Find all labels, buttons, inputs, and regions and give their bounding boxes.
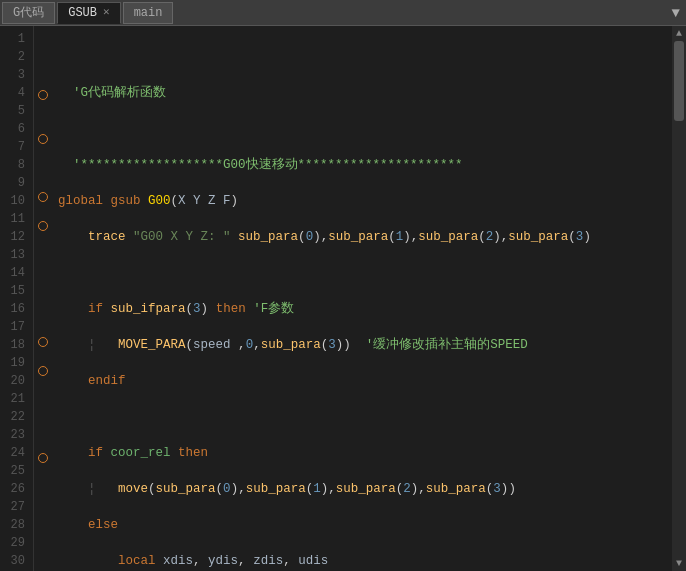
tab-dropdown-arrow[interactable]: ▼ <box>672 5 686 21</box>
breakpoint-circle-14[interactable] <box>38 221 48 231</box>
breakpoint-circle-12[interactable] <box>38 192 48 202</box>
vertical-scrollbar[interactable]: ▲ ▼ <box>672 26 686 571</box>
tab-gsub[interactable]: GSUB ✕ <box>57 2 120 24</box>
code-line-1 <box>58 48 668 66</box>
line-numbers: 12345 678910 1112131415 1617181920 21222… <box>0 26 34 571</box>
code-line-7 <box>58 264 668 282</box>
breakpoint-circle-5[interactable] <box>38 90 48 100</box>
code-line-9: ¦ MOVE_PARA(speed ,0,sub_para(3)) '缓冲修改插… <box>58 336 668 354</box>
code-line-6: trace "G00 X Y Z: " sub_para(0),sub_para… <box>58 228 668 246</box>
code-line-12: if coor_rel then <box>58 444 668 462</box>
breakpoint-circle-25[interactable] <box>38 366 48 376</box>
code-line-4: '*******************G00快速移动*************… <box>58 156 668 174</box>
tab-gsub-close[interactable]: ✕ <box>103 7 110 18</box>
tab-bar: G代码 GSUB ✕ main ▼ <box>0 0 686 26</box>
scroll-up-arrow[interactable]: ▲ <box>672 26 686 39</box>
breakpoint-circle-31[interactable] <box>38 453 48 463</box>
code-line-2: 'G代码解析函数 <box>58 84 668 102</box>
code-line-10: endif <box>58 372 668 390</box>
tab-main[interactable]: main <box>123 2 174 24</box>
code-line-3 <box>58 120 668 138</box>
code-line-8: if sub_ifpara(3) then 'F参数 <box>58 300 668 318</box>
code-editor[interactable]: 'G代码解析函数 '*******************G00快速移动****… <box>52 26 672 571</box>
tab-main-label: main <box>134 6 163 20</box>
gutter <box>34 26 52 571</box>
tab-gcode-label: G代码 <box>13 4 44 21</box>
scroll-down-arrow[interactable]: ▼ <box>672 558 686 571</box>
tab-gsub-label: GSUB <box>68 6 97 20</box>
code-line-15: local xdis, ydis, zdis, udis <box>58 552 668 570</box>
scroll-thumb[interactable] <box>674 41 684 121</box>
breakpoint-circle-8[interactable] <box>38 134 48 144</box>
breakpoint-circle-23[interactable] <box>38 337 48 347</box>
code-line-13: ¦ move(sub_para(0),sub_para(1),sub_para(… <box>58 480 668 498</box>
tab-gcode[interactable]: G代码 <box>2 2 55 24</box>
code-line-14: else <box>58 516 668 534</box>
code-line-11 <box>58 408 668 426</box>
code-line-5: global gsub G00(X Y Z F) <box>58 192 668 210</box>
